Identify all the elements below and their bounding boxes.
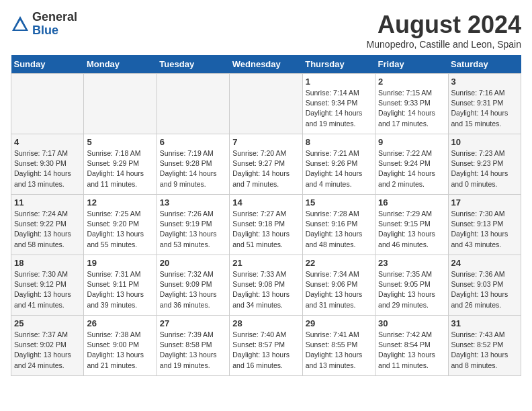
day-number: 16 <box>378 197 445 208</box>
day-number: 4 <box>14 137 81 147</box>
day-info: Sunrise: 7:28 AMSunset: 9:16 PMDaylight:… <box>306 209 372 250</box>
day-number: 2 <box>378 77 445 87</box>
calendar-cell: 26Sunrise: 7:38 AMSunset: 9:00 PMDayligh… <box>84 316 157 376</box>
calendar-cell: 19Sunrise: 7:31 AMSunset: 9:11 PMDayligh… <box>84 255 157 316</box>
day-info: Sunrise: 7:27 AMSunset: 9:18 PMDaylight:… <box>232 209 299 250</box>
day-number: 1 <box>306 77 372 87</box>
day-number: 6 <box>160 137 226 147</box>
calendar-cell: 11Sunrise: 7:24 AMSunset: 9:22 PMDayligh… <box>11 195 84 255</box>
day-info: Sunrise: 7:14 AMSunset: 9:34 PMDaylight:… <box>306 88 372 129</box>
day-number: 21 <box>232 258 299 268</box>
day-number: 9 <box>378 137 445 147</box>
day-number: 26 <box>87 318 153 328</box>
calendar-cell: 12Sunrise: 7:25 AMSunset: 9:20 PMDayligh… <box>84 195 157 255</box>
week-row-0: 1Sunrise: 7:14 AMSunset: 9:34 PMDaylight… <box>11 74 521 134</box>
logo-icon <box>11 15 30 34</box>
day-number: 10 <box>451 137 518 147</box>
day-info: Sunrise: 7:19 AMSunset: 9:28 PMDaylight:… <box>160 148 226 189</box>
day-number: 18 <box>14 258 81 268</box>
page-header: General Blue August 2024 Munopedro, Cast… <box>11 11 521 50</box>
day-info: Sunrise: 7:37 AMSunset: 9:02 PMDaylight:… <box>14 330 81 371</box>
day-info: Sunrise: 7:36 AMSunset: 9:03 PMDaylight:… <box>451 269 518 310</box>
day-info: Sunrise: 7:40 AMSunset: 8:57 PMDaylight:… <box>232 330 299 371</box>
calendar-cell: 30Sunrise: 7:42 AMSunset: 8:54 PMDayligh… <box>375 316 448 376</box>
day-info: Sunrise: 7:26 AMSunset: 9:19 PMDaylight:… <box>160 209 226 250</box>
calendar-cell <box>230 74 302 134</box>
week-row-4: 25Sunrise: 7:37 AMSunset: 9:02 PMDayligh… <box>11 316 521 376</box>
day-info: Sunrise: 7:15 AMSunset: 9:33 PMDaylight:… <box>378 88 445 129</box>
header-day-saturday: Saturday <box>448 55 521 74</box>
week-row-2: 11Sunrise: 7:24 AMSunset: 9:22 PMDayligh… <box>11 195 521 255</box>
calendar-cell: 20Sunrise: 7:32 AMSunset: 9:09 PMDayligh… <box>157 255 229 316</box>
calendar-cell: 24Sunrise: 7:36 AMSunset: 9:03 PMDayligh… <box>448 255 521 316</box>
day-info: Sunrise: 7:22 AMSunset: 9:24 PMDaylight:… <box>378 148 445 189</box>
day-number: 22 <box>306 258 372 268</box>
day-number: 20 <box>160 258 226 268</box>
day-number: 14 <box>232 197 299 208</box>
calendar-cell: 10Sunrise: 7:23 AMSunset: 9:23 PMDayligh… <box>448 134 521 195</box>
header-day-wednesday: Wednesday <box>230 55 302 74</box>
calendar-cell <box>157 74 229 134</box>
header-row: SundayMondayTuesdayWednesdayThursdayFrid… <box>11 55 521 74</box>
calendar-cell: 22Sunrise: 7:34 AMSunset: 9:06 PMDayligh… <box>302 255 375 316</box>
day-number: 13 <box>160 197 226 208</box>
day-number: 7 <box>232 137 299 147</box>
calendar-cell: 16Sunrise: 7:29 AMSunset: 9:15 PMDayligh… <box>375 195 448 255</box>
calendar-cell: 3Sunrise: 7:16 AMSunset: 9:31 PMDaylight… <box>448 74 521 134</box>
logo-text: General Blue <box>32 11 77 38</box>
day-info: Sunrise: 7:30 AMSunset: 9:12 PMDaylight:… <box>14 269 81 310</box>
calendar-cell: 6Sunrise: 7:19 AMSunset: 9:28 PMDaylight… <box>157 134 229 195</box>
calendar-cell: 13Sunrise: 7:26 AMSunset: 9:19 PMDayligh… <box>157 195 229 255</box>
header-day-thursday: Thursday <box>302 55 375 74</box>
day-info: Sunrise: 7:18 AMSunset: 9:29 PMDaylight:… <box>87 148 153 189</box>
calendar-cell: 4Sunrise: 7:17 AMSunset: 9:30 PMDaylight… <box>11 134 84 195</box>
day-info: Sunrise: 7:42 AMSunset: 8:54 PMDaylight:… <box>378 330 445 371</box>
calendar-cell <box>11 74 84 134</box>
calendar-cell: 9Sunrise: 7:22 AMSunset: 9:24 PMDaylight… <box>375 134 448 195</box>
calendar-cell: 8Sunrise: 7:21 AMSunset: 9:26 PMDaylight… <box>302 134 375 195</box>
calendar-table: SundayMondayTuesdayWednesdayThursdayFrid… <box>11 55 521 376</box>
calendar-cell: 23Sunrise: 7:35 AMSunset: 9:05 PMDayligh… <box>375 255 448 316</box>
calendar-cell: 15Sunrise: 7:28 AMSunset: 9:16 PMDayligh… <box>302 195 375 255</box>
day-info: Sunrise: 7:35 AMSunset: 9:05 PMDaylight:… <box>378 269 445 310</box>
day-info: Sunrise: 7:39 AMSunset: 8:58 PMDaylight:… <box>160 330 226 371</box>
calendar-cell: 25Sunrise: 7:37 AMSunset: 9:02 PMDayligh… <box>11 316 84 376</box>
day-number: 31 <box>451 318 518 328</box>
logo: General Blue <box>11 11 77 38</box>
header-day-friday: Friday <box>375 55 448 74</box>
day-info: Sunrise: 7:16 AMSunset: 9:31 PMDaylight:… <box>451 88 518 129</box>
title-section: August 2024 Munopedro, Castille and Leon… <box>367 11 521 50</box>
header-day-tuesday: Tuesday <box>157 55 229 74</box>
day-info: Sunrise: 7:23 AMSunset: 9:23 PMDaylight:… <box>451 148 518 189</box>
week-row-3: 18Sunrise: 7:30 AMSunset: 9:12 PMDayligh… <box>11 255 521 316</box>
day-info: Sunrise: 7:17 AMSunset: 9:30 PMDaylight:… <box>14 148 81 189</box>
day-info: Sunrise: 7:38 AMSunset: 9:00 PMDaylight:… <box>87 330 153 371</box>
calendar-cell: 18Sunrise: 7:30 AMSunset: 9:12 PMDayligh… <box>11 255 84 316</box>
day-number: 29 <box>306 318 372 328</box>
day-info: Sunrise: 7:43 AMSunset: 8:52 PMDaylight:… <box>451 330 518 371</box>
calendar-cell: 2Sunrise: 7:15 AMSunset: 9:33 PMDaylight… <box>375 74 448 134</box>
day-number: 17 <box>451 197 518 208</box>
header-day-monday: Monday <box>84 55 157 74</box>
calendar-cell: 28Sunrise: 7:40 AMSunset: 8:57 PMDayligh… <box>230 316 302 376</box>
calendar-cell: 17Sunrise: 7:30 AMSunset: 9:13 PMDayligh… <box>448 195 521 255</box>
calendar-cell: 1Sunrise: 7:14 AMSunset: 9:34 PMDaylight… <box>302 74 375 134</box>
calendar-cell: 21Sunrise: 7:33 AMSunset: 9:08 PMDayligh… <box>230 255 302 316</box>
day-info: Sunrise: 7:33 AMSunset: 9:08 PMDaylight:… <box>232 269 299 310</box>
calendar-cell: 7Sunrise: 7:20 AMSunset: 9:27 PMDaylight… <box>230 134 302 195</box>
week-row-1: 4Sunrise: 7:17 AMSunset: 9:30 PMDaylight… <box>11 134 521 195</box>
day-info: Sunrise: 7:29 AMSunset: 9:15 PMDaylight:… <box>378 209 445 250</box>
day-number: 5 <box>87 137 153 147</box>
day-number: 11 <box>14 197 81 208</box>
location: Munopedro, Castille and Leon, Spain <box>367 39 521 50</box>
day-info: Sunrise: 7:32 AMSunset: 9:09 PMDaylight:… <box>160 269 226 310</box>
day-info: Sunrise: 7:21 AMSunset: 9:26 PMDaylight:… <box>306 148 372 189</box>
month-title: August 2024 <box>367 11 521 39</box>
day-number: 30 <box>378 318 445 328</box>
day-info: Sunrise: 7:25 AMSunset: 9:20 PMDaylight:… <box>87 209 153 250</box>
day-number: 15 <box>306 197 372 208</box>
day-number: 8 <box>306 137 372 147</box>
calendar-cell: 5Sunrise: 7:18 AMSunset: 9:29 PMDaylight… <box>84 134 157 195</box>
day-number: 19 <box>87 258 153 268</box>
logo-general: General <box>32 11 77 24</box>
